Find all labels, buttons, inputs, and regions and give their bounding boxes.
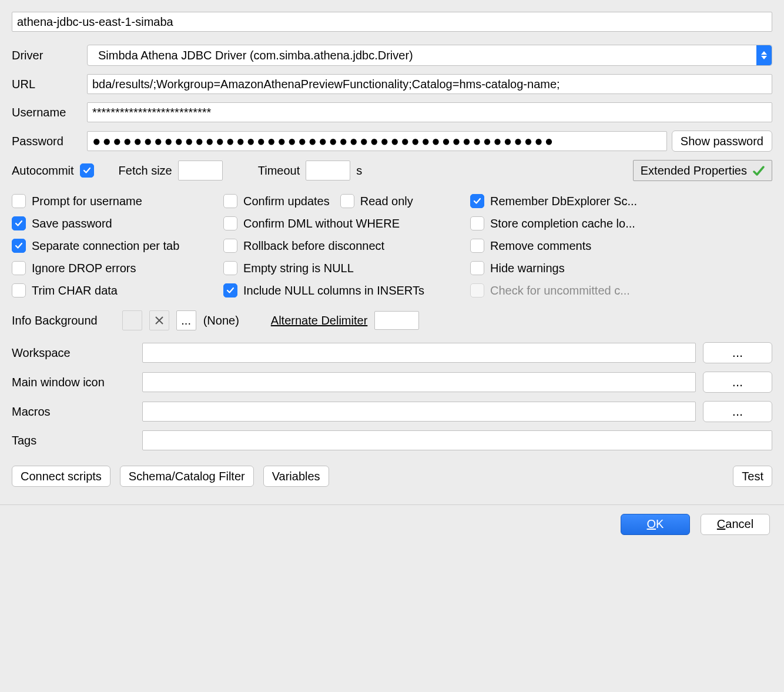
macros-input[interactable]	[142, 402, 696, 422]
url-label: URL	[12, 78, 82, 91]
save-password-checkbox[interactable]	[12, 216, 26, 230]
tags-label: Tags	[12, 434, 135, 447]
profile-name-input[interactable]	[12, 12, 772, 32]
url-input[interactable]	[87, 74, 772, 94]
ignore-drop-checkbox[interactable]	[12, 261, 26, 275]
tags-input[interactable]	[142, 430, 772, 450]
rollback-disconnect-label: Rollback before disconnect	[243, 239, 384, 253]
workspace-label: Workspace	[12, 346, 135, 360]
remember-dbexplorer-checkbox[interactable]	[470, 194, 484, 208]
store-completion-checkbox[interactable]	[470, 216, 484, 230]
prompt-username-checkbox[interactable]	[12, 194, 26, 208]
options-grid: Prompt for username Confirm updates Read…	[12, 194, 772, 297]
remember-dbexplorer-label: Remember DbExplorer Sc...	[490, 195, 637, 208]
info-bg-browse-button[interactable]: ...	[176, 310, 196, 330]
timeout-input[interactable]	[306, 161, 350, 180]
username-input[interactable]	[87, 102, 772, 122]
show-password-button[interactable]: Show password	[672, 131, 772, 152]
info-bg-label: Info Background	[12, 314, 98, 327]
workspace-input[interactable]	[142, 343, 696, 363]
check-uncommitted-label: Check for uncommitted c...	[490, 284, 630, 297]
timeout-label: Timeout	[258, 164, 300, 178]
driver-label: Driver	[12, 49, 82, 62]
autocommit-label: Autocommit	[12, 164, 74, 178]
info-bg-clear-button[interactable]	[149, 310, 169, 330]
trim-char-checkbox[interactable]	[12, 283, 26, 297]
driver-select-value: Simbda Athena JDBC Driver (com.simba.ath…	[88, 49, 756, 62]
confirm-dml-label: Confirm DML without WHERE	[243, 217, 400, 230]
connection-profile-dialog: Driver Simbda Athena JDBC Driver (com.si…	[0, 0, 784, 487]
autocommit-checkbox[interactable]	[80, 163, 94, 178]
dialog-footer: OK Cancel	[0, 504, 784, 544]
confirm-updates-label: Confirm updates	[243, 195, 330, 208]
schema-filter-button[interactable]: Schema/Catalog Filter	[120, 466, 254, 487]
empty-null-label: Empty string is NULL	[243, 262, 354, 275]
confirm-dml-checkbox[interactable]	[223, 216, 237, 230]
driver-select[interactable]: Simbda Athena JDBC Driver (com.simba.ath…	[87, 45, 772, 66]
empty-null-checkbox[interactable]	[223, 261, 237, 275]
hide-warnings-label: Hide warnings	[490, 262, 565, 275]
rollback-disconnect-checkbox[interactable]	[223, 239, 237, 253]
hide-warnings-checkbox[interactable]	[470, 261, 484, 275]
password-input[interactable]: ●●●●●●●●●●●●●●●●●●●●●●●●●●●●●●●●●●●●●●●●…	[87, 131, 667, 151]
alternate-delimiter-label[interactable]: Alternate Delimiter	[271, 314, 368, 327]
info-bg-none: (None)	[203, 314, 239, 327]
cancel-button[interactable]: Cancel	[701, 514, 770, 535]
confirm-updates-checkbox[interactable]	[223, 194, 237, 208]
extended-properties-label: Extended Properties	[641, 164, 747, 178]
save-password-label: Save password	[32, 217, 112, 230]
store-completion-label: Store completion cache lo...	[490, 217, 635, 230]
password-mask: ●●●●●●●●●●●●●●●●●●●●●●●●●●●●●●●●●●●●●●●●…	[92, 138, 555, 145]
variables-button[interactable]: Variables	[263, 466, 329, 487]
separate-conn-checkbox[interactable]	[12, 239, 26, 253]
read-only-label: Read only	[360, 195, 413, 208]
main-icon-label: Main window icon	[12, 376, 135, 389]
password-label: Password	[12, 135, 82, 148]
macros-label: Macros	[12, 405, 135, 419]
username-label: Username	[12, 106, 82, 119]
remove-comments-label: Remove comments	[490, 239, 591, 253]
extended-properties-button[interactable]: Extended Properties	[633, 160, 772, 181]
include-null-checkbox[interactable]	[223, 283, 237, 297]
test-button[interactable]: Test	[733, 466, 772, 487]
check-uncommitted-checkbox	[470, 283, 484, 297]
check-icon	[753, 166, 765, 176]
remove-comments-checkbox[interactable]	[470, 239, 484, 253]
include-null-label: Include NULL columns in INSERTs	[243, 284, 424, 297]
ignore-drop-label: Ignore DROP errors	[32, 262, 136, 275]
fetch-size-label: Fetch size	[119, 164, 172, 178]
main-icon-browse-button[interactable]: ...	[703, 372, 772, 393]
separate-conn-label: Separate connection per tab	[32, 239, 179, 253]
main-icon-input[interactable]	[142, 372, 696, 392]
fetch-size-input[interactable]	[178, 161, 223, 180]
workspace-browse-button[interactable]: ...	[703, 342, 772, 363]
timeout-unit: s	[356, 164, 362, 178]
trim-char-label: Trim CHAR data	[32, 284, 118, 297]
x-icon	[154, 315, 165, 326]
info-bg-color-swatch[interactable]	[122, 310, 142, 330]
read-only-checkbox[interactable]	[340, 194, 354, 208]
ok-button[interactable]: OK	[621, 514, 690, 535]
alternate-delimiter-input[interactable]	[374, 311, 419, 330]
connect-scripts-button[interactable]: Connect scripts	[12, 466, 110, 487]
macros-browse-button[interactable]: ...	[703, 401, 772, 422]
chevron-up-down-icon	[756, 45, 772, 65]
prompt-username-label: Prompt for username	[32, 195, 142, 208]
dots-label: ...	[181, 314, 191, 327]
